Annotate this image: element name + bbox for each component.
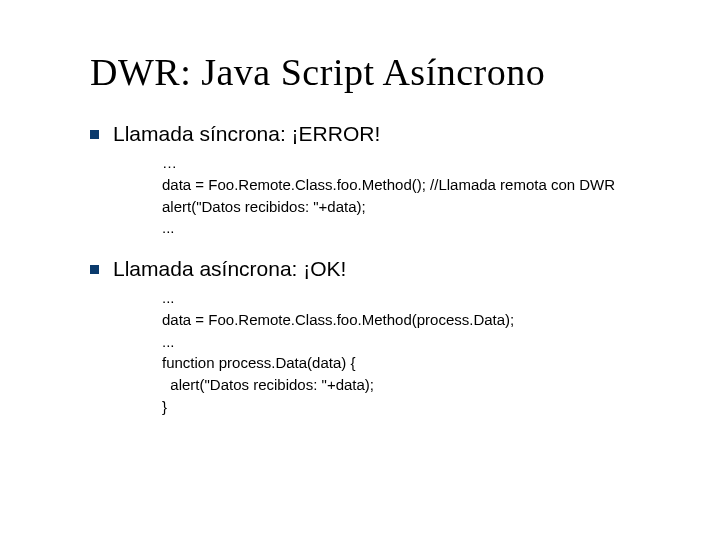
slide-title: DWR: Java Script Asíncrono <box>90 50 680 94</box>
bullet-square-icon <box>90 130 99 139</box>
bullet-square-icon <box>90 265 99 274</box>
slide: DWR: Java Script Asíncrono Llamada síncr… <box>0 0 720 476</box>
bullet-item-sync: Llamada síncrona: ¡ERROR! <box>90 122 680 146</box>
bullet-heading: Llamada asíncrona: ¡OK! <box>113 257 346 281</box>
code-async: ... data = Foo.Remote.Class.foo.Method(p… <box>162 287 680 418</box>
bullet-item-async: Llamada asíncrona: ¡OK! <box>90 257 680 281</box>
code-sync: … data = Foo.Remote.Class.foo.Method(); … <box>162 152 680 239</box>
bullet-heading: Llamada síncrona: ¡ERROR! <box>113 122 380 146</box>
